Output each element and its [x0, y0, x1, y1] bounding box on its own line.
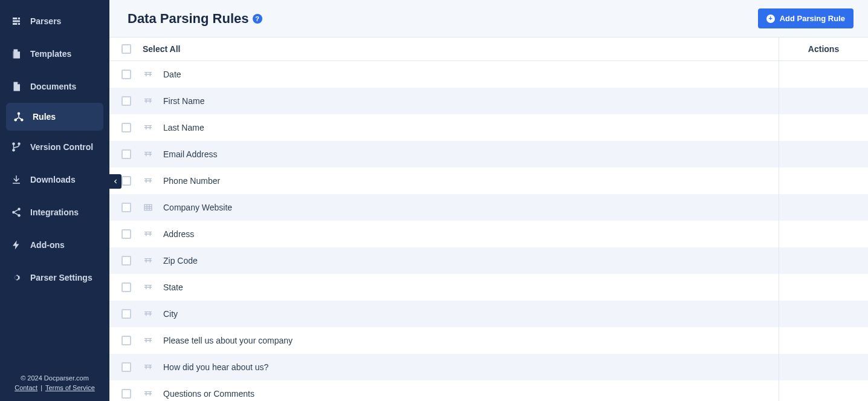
sidebar-item-addons[interactable]: Add-ons — [0, 229, 109, 261]
rule-name: City — [163, 309, 178, 319]
select-all-checkbox[interactable] — [121, 44, 131, 54]
table-row[interactable]: Company Website — [109, 194, 868, 221]
table-row[interactable]: City — [109, 301, 868, 327]
text-type-icon — [143, 389, 154, 399]
rules-table: Select All Actions Date First Name Last — [109, 37, 868, 401]
text-type-icon — [143, 362, 154, 372]
rule-name: Phone Number — [163, 176, 220, 186]
rule-name: Email Address — [163, 149, 217, 159]
sidebar-item-label: Integrations — [30, 207, 79, 217]
help-icon[interactable]: ? — [253, 14, 262, 24]
table-row[interactable]: Phone Number — [109, 168, 868, 194]
contact-link[interactable]: Contact — [15, 384, 37, 391]
templates-icon — [11, 48, 22, 59]
row-checkbox[interactable] — [121, 96, 131, 106]
text-type-icon — [143, 229, 154, 239]
row-actions — [779, 168, 868, 194]
row-checkbox[interactable] — [121, 309, 131, 319]
row-actions — [779, 88, 868, 114]
text-type-icon — [143, 336, 154, 345]
gear-icon — [11, 272, 22, 283]
row-checkbox[interactable] — [121, 70, 131, 79]
row-actions — [779, 61, 868, 88]
table-row[interactable]: Date — [109, 61, 868, 88]
sidebar-item-label: Add-ons — [30, 240, 65, 250]
rule-name: State — [163, 282, 183, 292]
row-checkbox[interactable] — [121, 256, 131, 266]
row-actions — [779, 141, 868, 168]
documents-icon — [11, 81, 22, 92]
sidebar-item-label: Documents — [30, 82, 76, 91]
svg-point-7 — [12, 211, 15, 214]
text-type-icon — [143, 176, 154, 186]
text-type-icon — [143, 309, 154, 319]
text-type-icon — [143, 96, 154, 106]
row-checkbox[interactable] — [121, 149, 131, 159]
page-header: Data Parsing Rules ? + Add Parsing Rule — [109, 0, 868, 37]
table-row[interactable]: Zip Code — [109, 247, 868, 274]
row-actions — [779, 274, 868, 301]
row-checkbox[interactable] — [121, 176, 131, 186]
row-checkbox[interactable] — [121, 282, 131, 292]
row-checkbox[interactable] — [121, 123, 131, 132]
title-wrap: Data Parsing Rules ? — [128, 11, 262, 27]
svg-point-4 — [12, 149, 15, 152]
add-button-label: Add Parsing Rule — [780, 14, 845, 23]
terms-link[interactable]: Terms of Service — [45, 384, 95, 391]
row-actions — [779, 221, 868, 247]
sidebar-item-parser-settings[interactable]: Parser Settings — [0, 261, 109, 294]
table-row[interactable]: Address — [109, 221, 868, 247]
rule-name: Questions or Comments — [163, 389, 254, 399]
branch-icon — [11, 142, 22, 152]
plus-circle-icon: + — [766, 15, 775, 23]
rule-name: How did you hear about us? — [163, 362, 268, 372]
sidebar-item-documents[interactable]: Documents — [0, 70, 109, 103]
copyright-text: © 2024 Docparser.com — [5, 374, 105, 383]
rule-name: First Name — [163, 96, 204, 106]
row-actions — [779, 301, 868, 327]
sidebar-nav: Parsers Templates Documents Rules Versio — [0, 0, 109, 368]
table-row[interactable]: Last Name — [109, 114, 868, 141]
row-actions — [779, 194, 868, 221]
svg-point-0 — [18, 112, 21, 116]
row-checkbox[interactable] — [121, 336, 131, 345]
download-icon — [11, 174, 22, 185]
sidebar-collapse-handle[interactable] — [109, 174, 121, 189]
row-actions — [779, 327, 868, 354]
table-row[interactable]: State — [109, 274, 868, 301]
svg-point-5 — [18, 143, 21, 146]
rule-name: Last Name — [163, 123, 204, 132]
rule-name: Address — [163, 229, 194, 239]
text-type-icon — [143, 282, 154, 292]
sidebar-item-parsers[interactable]: Parsers — [0, 5, 109, 37]
rules-icon — [13, 111, 24, 122]
footer-separator: | — [39, 384, 44, 391]
table-row[interactable]: First Name — [109, 88, 868, 114]
table-row[interactable]: Questions or Comments — [109, 380, 868, 401]
parsers-icon — [11, 16, 22, 27]
share-icon — [11, 207, 22, 218]
sidebar-item-label: Templates — [30, 49, 71, 59]
add-parsing-rule-button[interactable]: + Add Parsing Rule — [758, 8, 853, 28]
chevron-left-icon — [112, 177, 118, 186]
row-checkbox[interactable] — [121, 203, 131, 212]
sidebar-item-templates[interactable]: Templates — [0, 37, 109, 70]
row-checkbox[interactable] — [121, 389, 131, 399]
sidebar-item-label: Rules — [33, 112, 56, 122]
table-header: Select All Actions — [109, 37, 868, 61]
table-row[interactable]: Please tell us about your company — [109, 327, 868, 354]
sidebar-item-downloads[interactable]: Downloads — [0, 163, 109, 196]
actions-header: Actions — [779, 37, 868, 60]
table-row[interactable]: How did you hear about us? — [109, 354, 868, 380]
sidebar-item-label: Downloads — [30, 175, 76, 184]
table-row[interactable]: Email Address — [109, 141, 868, 168]
text-type-icon — [143, 70, 154, 79]
row-checkbox[interactable] — [121, 229, 131, 239]
sidebar-item-integrations[interactable]: Integrations — [0, 196, 109, 229]
sidebar-item-label: Version Control — [30, 142, 93, 152]
row-checkbox[interactable] — [121, 362, 131, 372]
sidebar-item-rules[interactable]: Rules — [6, 103, 103, 131]
sidebar-item-version-control[interactable]: Version Control — [0, 131, 109, 163]
rule-name: Date — [163, 70, 181, 79]
svg-point-8 — [18, 214, 21, 217]
